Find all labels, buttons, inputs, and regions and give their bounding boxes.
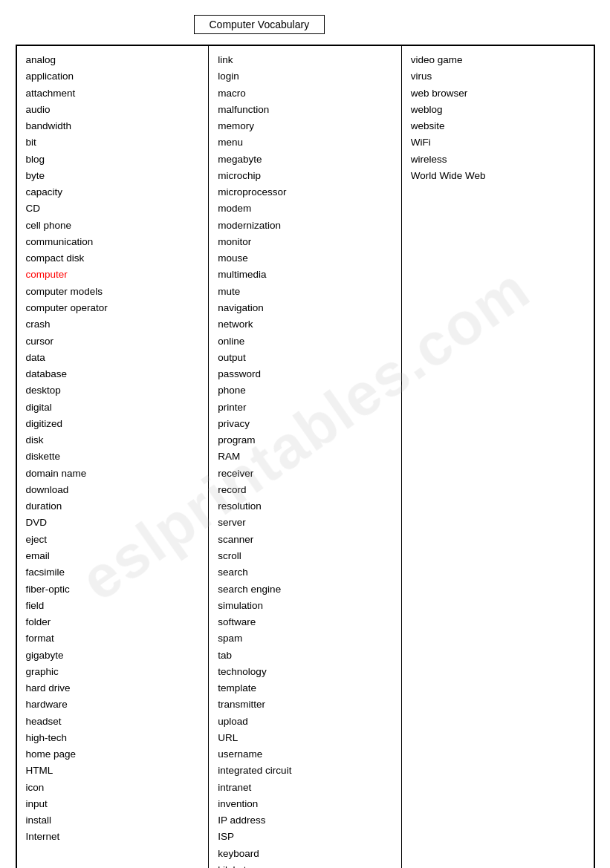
list-item: install <box>26 812 200 829</box>
list-item: scroll <box>218 548 392 564</box>
list-item: WiFi <box>411 134 585 151</box>
list-item: domain name <box>26 466 200 482</box>
list-item: microchip <box>218 168 392 184</box>
list-item: application <box>26 68 200 85</box>
list-item: input <box>26 796 200 812</box>
list-item: login <box>218 68 392 85</box>
list-item: cell phone <box>26 218 200 234</box>
list-item: upload <box>218 714 392 730</box>
list-item: crash <box>26 316 200 333</box>
word-list-3: video gamevirusweb browserweblogwebsiteW… <box>411 52 585 184</box>
list-item: video game <box>411 52 585 68</box>
list-item: link <box>218 52 392 68</box>
list-item: capacity <box>26 184 200 200</box>
list-item: keyboard <box>218 846 392 862</box>
list-item: IP address <box>218 812 392 829</box>
list-item: kilobyte <box>218 862 392 868</box>
page-title: Computer Vocabulary <box>194 15 325 34</box>
page-container: Computer Vocabulary analogapplicationatt… <box>16 15 595 868</box>
column-2: linkloginmacromalfunctionmemorymenumegab… <box>209 45 401 868</box>
list-item: microprocessor <box>218 184 392 200</box>
list-item: desktop <box>26 382 200 399</box>
list-item: software <box>218 614 392 630</box>
list-item: World Wide Web <box>411 168 585 184</box>
list-item: password <box>218 366 392 382</box>
list-item: cursor <box>26 333 200 350</box>
list-item: attachment <box>26 85 200 102</box>
list-item: technology <box>218 664 392 680</box>
list-item: weblog <box>411 102 585 118</box>
list-item: RAM <box>218 448 392 465</box>
list-item: transmitter <box>218 696 392 713</box>
list-item: computer models <box>26 284 200 300</box>
list-item: phone <box>218 382 392 399</box>
list-item: home page <box>26 746 200 763</box>
list-item: gigabyte <box>26 647 200 664</box>
list-item: communication <box>26 234 200 250</box>
list-item: audio <box>26 102 200 118</box>
list-item: mute <box>218 284 392 300</box>
list-item: icon <box>26 780 200 796</box>
list-item: website <box>411 118 585 134</box>
list-item: Internet <box>26 829 200 845</box>
list-item: invention <box>218 796 392 812</box>
list-item: spam <box>218 630 392 647</box>
column-1: analogapplicationattachmentaudiobandwidt… <box>16 45 209 868</box>
list-item: web browser <box>411 85 585 102</box>
list-item: byte <box>26 168 200 184</box>
list-item: username <box>218 746 392 763</box>
list-item: headset <box>26 714 200 730</box>
list-item: program <box>218 432 392 448</box>
list-item: simulation <box>218 598 392 614</box>
list-item: ISP <box>218 829 392 845</box>
list-item: resolution <box>218 498 392 515</box>
list-item: field <box>26 598 200 614</box>
list-item: record <box>218 482 392 498</box>
list-item: hard drive <box>26 680 200 696</box>
list-item: menu <box>218 134 392 151</box>
list-item: macro <box>218 85 392 102</box>
list-item: graphic <box>26 664 200 680</box>
list-item: integrated circuit <box>218 763 392 779</box>
vocabulary-table: analogapplicationattachmentaudiobandwidt… <box>16 45 595 868</box>
list-item: analog <box>26 52 200 68</box>
list-item: output <box>218 350 392 366</box>
list-item: digitized <box>26 416 200 432</box>
list-item: privacy <box>218 416 392 432</box>
list-item: bandwidth <box>26 118 200 134</box>
list-item: server <box>218 515 392 531</box>
list-item: diskette <box>26 448 200 465</box>
list-item: printer <box>218 399 392 416</box>
list-item: online <box>218 333 392 350</box>
list-item: CD <box>26 200 200 217</box>
list-item: database <box>26 366 200 382</box>
list-item: folder <box>26 614 200 630</box>
column-3: video gamevirusweb browserweblogwebsiteW… <box>401 45 594 868</box>
list-item: digital <box>26 399 200 416</box>
list-item: computer <box>26 267 200 283</box>
list-item: email <box>26 548 200 564</box>
list-item: eject <box>26 532 200 548</box>
list-item: search engine <box>218 581 392 598</box>
vocabulary-row: analogapplicationattachmentaudiobandwidt… <box>16 45 594 868</box>
list-item: duration <box>26 498 200 515</box>
list-item: mouse <box>218 250 392 267</box>
list-item: monitor <box>218 234 392 250</box>
list-item: tab <box>218 647 392 664</box>
list-item: memory <box>218 118 392 134</box>
list-item: wireless <box>411 151 585 168</box>
list-item: DVD <box>26 515 200 531</box>
list-item: URL <box>218 730 392 746</box>
list-item: megabyte <box>218 151 392 168</box>
list-item: download <box>26 482 200 498</box>
list-item: multimedia <box>218 267 392 283</box>
list-item: template <box>218 680 392 696</box>
list-item: high-tech <box>26 730 200 746</box>
list-item: bit <box>26 134 200 151</box>
list-item: fiber-optic <box>26 581 200 598</box>
list-item: malfunction <box>218 102 392 118</box>
list-item: navigation <box>218 300 392 316</box>
list-item: network <box>218 316 392 333</box>
list-item: blog <box>26 151 200 168</box>
list-item: format <box>26 630 200 647</box>
